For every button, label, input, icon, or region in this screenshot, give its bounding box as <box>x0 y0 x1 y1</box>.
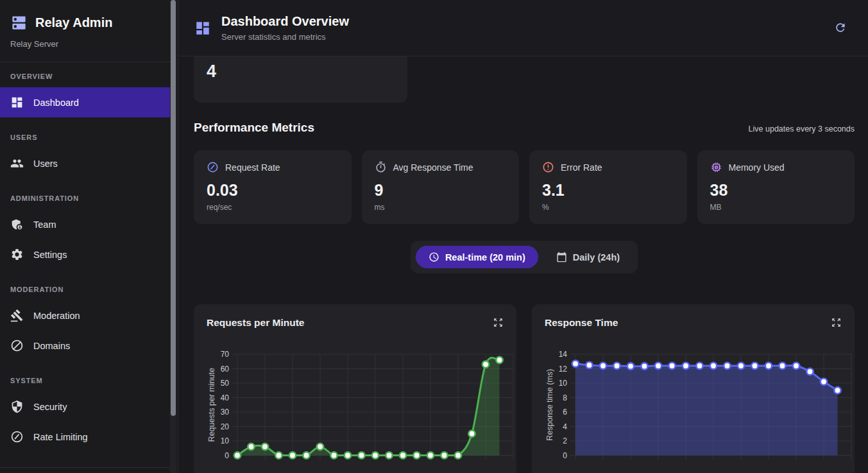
svg-text:14: 14 <box>559 350 568 359</box>
sidebar-item-label: Settings <box>33 250 67 260</box>
page-title: Dashboard Overview <box>221 14 349 29</box>
team-shield-icon <box>10 218 24 231</box>
users-icon <box>10 157 24 170</box>
metric-cards-row: Request Rate 0.03 req/sec Avg Response T… <box>194 150 855 224</box>
sidebar-item-team[interactable]: Team <box>0 209 170 239</box>
stat-card-memory-used: Memory Used 38 MB <box>697 150 855 224</box>
svg-text:2: 2 <box>563 436 567 445</box>
charts-row: Requests per Minute 010203040506070Reque… <box>194 304 855 473</box>
sidebar-footer-divider <box>0 467 170 468</box>
sidebar-header: Relay Admin Relay Server <box>0 0 170 49</box>
alert-circle-icon <box>542 161 554 173</box>
speedometer-icon <box>207 161 219 173</box>
toggle-realtime-button[interactable]: Real-time (20 min) <box>416 246 538 268</box>
main-area: Dashboard Overview Server statistics and… <box>178 0 868 473</box>
svg-text:20: 20 <box>221 422 230 431</box>
stat-label: Avg Response Time <box>393 162 473 173</box>
sidebar-item-moderation[interactable]: Moderation <box>0 300 170 331</box>
partial-stat-value: 4 <box>207 62 395 82</box>
sidebar-item-rate-limiting[interactable]: Rate Limiting <box>0 422 170 452</box>
svg-text:Requests per minute: Requests per minute <box>207 368 216 442</box>
app-subtitle: Relay Server <box>10 39 160 49</box>
section-label-system: SYSTEM <box>0 361 170 391</box>
refresh-button[interactable] <box>833 21 847 35</box>
app-title: Relay Admin <box>35 15 112 30</box>
chart-title: Response Time <box>545 317 618 329</box>
sidebar-item-label: Moderation <box>33 311 80 321</box>
expand-arrows-icon <box>493 317 504 328</box>
content-area: 4 Performance Metrics Live updates every… <box>178 56 868 473</box>
svg-text:70: 70 <box>221 350 230 359</box>
stat-card-avg-response-time: Avg Response Time 9 ms <box>362 150 520 224</box>
sidebar-item-settings[interactable]: Settings <box>0 239 170 270</box>
stat-unit: % <box>542 203 674 212</box>
expand-chart-button[interactable] <box>492 317 504 329</box>
toggle-daily-label: Daily (24h) <box>573 252 620 262</box>
sidebar-item-dashboard[interactable]: Dashboard <box>0 87 170 117</box>
sidebar-item-users[interactable]: Users <box>0 148 170 178</box>
refresh-icon <box>834 21 847 34</box>
sidebar: Relay Admin Relay Server OVERVIEW Dashbo… <box>0 0 178 473</box>
requests-per-minute-chart-card: Requests per Minute 010203040506070Reque… <box>194 304 516 473</box>
speedometer-icon <box>10 430 24 443</box>
clock-icon <box>429 252 439 262</box>
svg-text:50: 50 <box>221 379 230 388</box>
page-subtitle: Server statistics and metrics <box>221 32 349 42</box>
live-updates-note: Live updates every 3 seconds <box>749 125 855 133</box>
stat-label: Error Rate <box>561 162 602 173</box>
section-label-administration: ADMINISTRATION <box>0 178 170 209</box>
requests-chart-canvas: 010203040506070Requests per minute <box>207 335 516 470</box>
toggle-realtime-label: Real-time (20 min) <box>445 252 525 262</box>
svg-text:10: 10 <box>221 436 230 445</box>
memory-chip-icon <box>710 161 722 173</box>
stat-label: Memory Used <box>729 162 785 173</box>
gear-icon <box>10 248 24 261</box>
sidebar-nav: OVERVIEW Dashboard USERS Users ADMINISTR… <box>0 62 170 452</box>
gavel-icon <box>10 309 24 322</box>
metrics-heading: Performance Metrics <box>194 121 314 135</box>
sidebar-scrollbar-thumb[interactable] <box>171 0 176 416</box>
chart-title: Requests per Minute <box>207 317 304 329</box>
svg-text:8: 8 <box>563 393 567 402</box>
sidebar-item-label: Security <box>33 402 67 412</box>
stat-value: 9 <box>375 181 507 200</box>
section-label-overview: OVERVIEW <box>0 62 170 87</box>
svg-text:12: 12 <box>559 365 568 374</box>
sidebar-item-label: Dashboard <box>33 98 79 108</box>
expand-chart-button[interactable] <box>830 317 842 329</box>
stat-value: 3.1 <box>542 181 674 200</box>
stat-unit: req/sec <box>207 203 339 212</box>
sidebar-item-label: Users <box>33 159 58 169</box>
svg-text:Response time (ms): Response time (ms) <box>545 369 554 441</box>
sidebar-item-security[interactable]: Security <box>0 391 170 422</box>
sidebar-item-domains[interactable]: Domains <box>0 331 170 361</box>
section-label-users: USERS <box>0 117 170 148</box>
partial-stat-card: 4 <box>194 56 407 103</box>
blocked-circle-icon <box>10 339 24 352</box>
svg-text:30: 30 <box>221 408 230 417</box>
stat-label: Request Rate <box>225 162 280 173</box>
sidebar-item-label: Team <box>33 219 56 230</box>
stat-card-request-rate: Request Rate 0.03 req/sec <box>194 150 352 224</box>
sidebar-item-label: Domains <box>33 341 70 351</box>
dashboard-icon <box>10 96 24 109</box>
svg-text:60: 60 <box>221 365 230 374</box>
calendar-icon <box>556 252 567 262</box>
svg-text:10: 10 <box>559 379 568 388</box>
section-label-moderation: MODERATION <box>0 270 170 300</box>
svg-text:0: 0 <box>225 451 229 460</box>
time-range-toggle: Real-time (20 min) Daily (24h) <box>411 241 638 273</box>
response-time-chart-card: Response Time 02468101214Response time (… <box>532 304 855 473</box>
toggle-daily-button[interactable]: Daily (24h) <box>543 246 633 268</box>
stopwatch-icon <box>375 161 387 173</box>
sidebar-scrollbar-track[interactable] <box>170 0 176 473</box>
stat-value: 0.03 <box>207 181 339 200</box>
response-chart-canvas: 02468101214Response time (ms) <box>545 335 855 470</box>
relay-logo-icon <box>10 14 28 31</box>
stat-unit: MB <box>710 203 842 212</box>
dashboard-grid-icon <box>194 20 211 37</box>
page-header: Dashboard Overview Server statistics and… <box>178 0 868 56</box>
svg-text:6: 6 <box>563 408 567 417</box>
stat-value: 38 <box>710 181 842 200</box>
stat-unit: ms <box>375 203 507 212</box>
